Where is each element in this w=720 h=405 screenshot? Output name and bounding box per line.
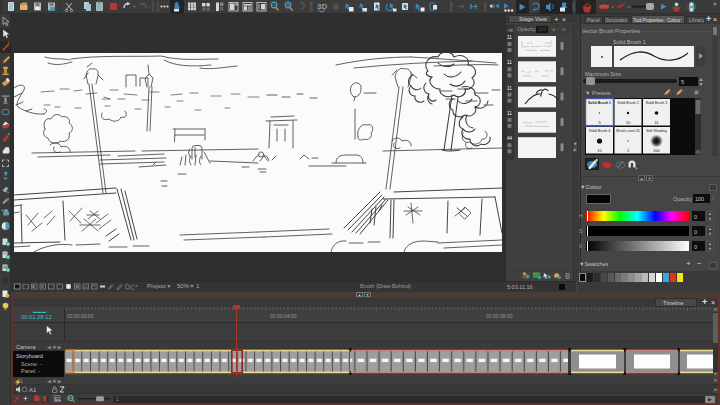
svg-text:11: 11 — [507, 60, 512, 65]
svg-text:00:00:04:00: 00:00:04:00 — [270, 313, 297, 319]
svg-text:A1: A1 — [29, 387, 37, 393]
svg-text:11: 11 — [507, 111, 512, 116]
svg-text:Solid Brush 3: Solid Brush 3 — [646, 101, 667, 105]
svg-text:10: 10 — [626, 120, 631, 125]
svg-text:Solid Brush 4: Solid Brush 4 — [589, 129, 610, 133]
svg-text:11: 11 — [507, 86, 512, 91]
svg-text:00:00:00:00: 00:00:00:00 — [67, 313, 94, 319]
svg-text:Soft Shading: Soft Shading — [646, 129, 667, 133]
svg-text:15: 15 — [597, 148, 602, 153]
svg-text:200: 200 — [653, 148, 660, 153]
svg-text:44: 44 — [507, 136, 513, 141]
svg-text:Solid Brush 1: Solid Brush 1 — [588, 101, 611, 105]
svg-text:Brush carré 05: Brush carré 05 — [616, 129, 640, 133]
svg-text:11: 11 — [507, 35, 512, 40]
svg-text:EL: EL — [55, 396, 61, 402]
svg-text:Solid Brush 2: Solid Brush 2 — [617, 101, 638, 105]
svg-text:00:00:08:00: 00:00:08:00 — [486, 313, 513, 319]
